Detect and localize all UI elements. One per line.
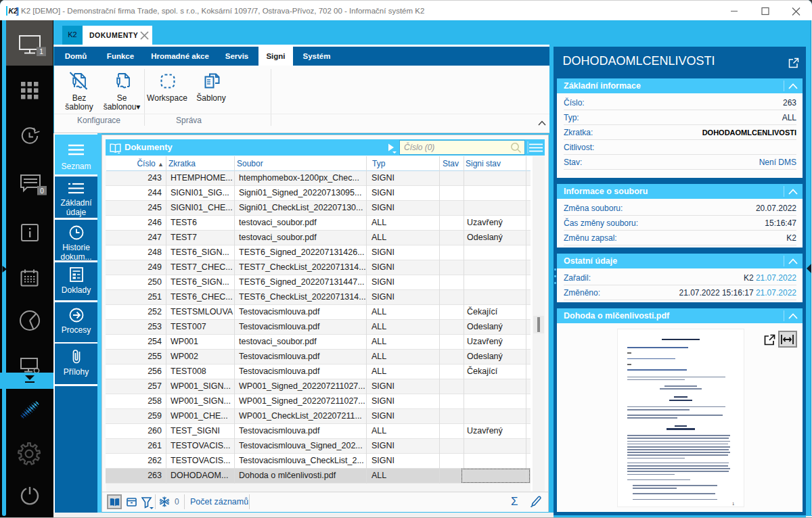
svg-text:0: 0 — [40, 187, 44, 195]
